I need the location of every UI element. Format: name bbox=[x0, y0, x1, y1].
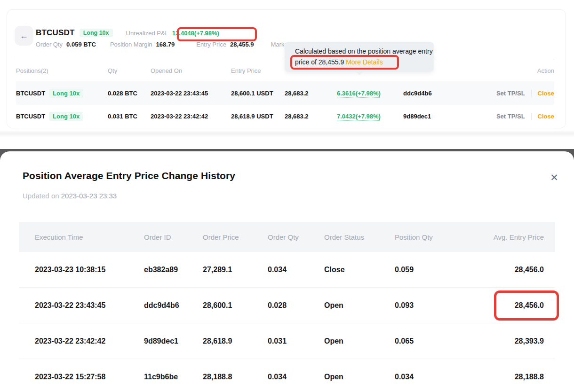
modal-updated-line: Updated on 2023-03-23 23:33 bbox=[23, 192, 117, 200]
row-symbol: BTCUSDT bbox=[16, 90, 45, 97]
cell-order-id: 9d89dec1 bbox=[144, 337, 203, 345]
close-icon: ✕ bbox=[550, 172, 558, 183]
cell-order-id: 11c9b6be bbox=[144, 373, 203, 381]
row-unrealized-pnl: 6.3616(+7.98%) bbox=[337, 90, 403, 97]
cell-avg-entry-price: 28,188.8 bbox=[449, 373, 544, 381]
cell-order-qty: 0.034 bbox=[268, 373, 324, 381]
history-row: 2023-03-23 10:38:15 eb382a89 27,289.1 0.… bbox=[19, 252, 555, 288]
stat-entry-price: Entry Price 28,455.9 bbox=[190, 41, 260, 48]
cell-order-price: 28,188.8 bbox=[203, 373, 268, 381]
row-qty: 0.031 BTC bbox=[108, 113, 151, 120]
cell-order-qty: 0.034 bbox=[268, 266, 324, 274]
position-row: BTCUSDTLong 10x 0.031 BTC 2023-03-22 23:… bbox=[16, 105, 554, 128]
cell-order-id: eb382a89 bbox=[144, 266, 203, 274]
cell-order-status: Open bbox=[324, 301, 395, 310]
history-table-header: Execution Time Order ID Order Price Orde… bbox=[19, 222, 555, 252]
cell-execution-time: 2023-03-22 15:27:58 bbox=[35, 373, 144, 381]
cell-execution-time: 2023-03-22 23:42:42 bbox=[35, 337, 144, 345]
cell-order-status: Open bbox=[324, 373, 395, 381]
col-action: Action bbox=[537, 67, 554, 74]
cell-avg-entry-price: 28,393.9 bbox=[449, 337, 544, 345]
history-row: 2023-03-22 23:42:42 9d89dec1 28,618.9 0.… bbox=[19, 323, 555, 359]
cell-order-price: 28,600.1 bbox=[203, 301, 268, 310]
cell-order-qty: 0.031 bbox=[268, 337, 324, 345]
set-tpsl-button[interactable]: Set TP/SL bbox=[496, 90, 525, 97]
highlight-box-avg-entry-price bbox=[494, 290, 559, 321]
row-entry-price: 28,600.1 USDT bbox=[231, 90, 285, 97]
cell-order-price: 28,618.9 bbox=[203, 337, 268, 345]
row-entry-price: 28,618.9 USDT bbox=[231, 113, 285, 120]
col-avg-entry-price: Avg. Entry Price bbox=[449, 233, 544, 241]
tooltip-caret bbox=[355, 71, 364, 75]
cell-position-qty: 0.059 bbox=[395, 266, 449, 274]
cell-order-id: ddc9d4b6 bbox=[144, 301, 203, 310]
cell-position-qty: 0.034 bbox=[395, 373, 449, 381]
col-position-qty: Position Qty bbox=[395, 233, 449, 241]
back-button[interactable]: ← bbox=[15, 26, 33, 46]
cell-position-qty: 0.065 bbox=[395, 337, 449, 345]
row-market-price: 28,683.2 bbox=[285, 90, 337, 97]
history-table: Execution Time Order ID Order Price Orde… bbox=[19, 222, 555, 392]
col-execution-time: Execution Time bbox=[35, 233, 144, 241]
row-symbol: BTCUSDT bbox=[16, 113, 45, 120]
position-row: BTCUSDTLong 10x 0.028 BTC 2023-03-22 23:… bbox=[16, 81, 554, 105]
stat-position-margin: Position Margin 168.79 bbox=[110, 41, 175, 48]
cell-avg-entry-price: 28,456.0 bbox=[449, 266, 544, 274]
row-qty: 0.028 BTC bbox=[108, 90, 151, 97]
cell-order-status: Open bbox=[324, 337, 395, 345]
cell-order-price: 27,289.1 bbox=[203, 266, 268, 274]
symbol-title: BTCUSDT bbox=[36, 28, 75, 38]
row-market-price: 28,683.2 bbox=[285, 113, 337, 120]
arrow-left-icon: ← bbox=[20, 31, 28, 40]
row-order-id: ddc9d4b6 bbox=[403, 90, 496, 97]
action-divider bbox=[531, 89, 532, 97]
close-position-button[interactable]: Close bbox=[538, 113, 554, 120]
row-opened: 2023-03-22 23:43:45 bbox=[151, 90, 231, 97]
cell-execution-time: 2023-03-23 10:38:15 bbox=[35, 266, 144, 274]
side-leverage-badge: Long 10x bbox=[80, 29, 113, 37]
row-unrealized-pnl: 7.0432(+7.98%) bbox=[337, 113, 403, 120]
highlight-box-tooltip-price bbox=[290, 55, 399, 70]
cell-position-qty: 0.093 bbox=[395, 301, 449, 310]
col-positions: Positions(2) bbox=[16, 67, 108, 74]
cell-execution-time: 2023-03-22 23:43:45 bbox=[35, 301, 144, 310]
modal-title: Position Average Entry Price Change Hist… bbox=[23, 170, 235, 181]
row-side-badge: Long 10x bbox=[49, 89, 83, 98]
history-row: 2023-03-22 23:43:45 ddc9d4b6 28,600.1 0.… bbox=[19, 288, 555, 323]
row-order-id: 9d89dec1 bbox=[403, 113, 496, 120]
cell-order-status: Close bbox=[324, 266, 395, 274]
col-order-status: Order Status bbox=[324, 233, 395, 241]
close-position-button[interactable]: Close bbox=[538, 90, 554, 97]
cell-order-qty: 0.028 bbox=[268, 301, 324, 310]
highlight-box-entry-price bbox=[177, 27, 257, 41]
col-entry-price: Entry Price bbox=[231, 67, 285, 74]
col-order-qty: Order Qty bbox=[268, 233, 324, 241]
history-row: 2023-03-22 15:27:58 11c9b6be 28,188.8 0.… bbox=[19, 359, 555, 392]
row-side-badge: Long 10x bbox=[49, 112, 83, 121]
col-order-price: Order Price bbox=[203, 233, 268, 241]
col-opened-on: Opened On bbox=[151, 67, 231, 74]
col-qty: Qty bbox=[108, 67, 151, 74]
modal-close-button[interactable]: ✕ bbox=[546, 169, 563, 186]
col-order-id: Order ID bbox=[144, 233, 203, 241]
unrealized-pnl-label: Unrealized P&L bbox=[126, 30, 168, 37]
row-opened: 2023-03-22 23:42:42 bbox=[151, 113, 231, 120]
stat-order-qty: Order Qty 0.059 BTC bbox=[36, 41, 96, 48]
set-tpsl-button[interactable]: Set TP/SL bbox=[496, 113, 525, 120]
card-shadow bbox=[0, 130, 574, 137]
action-divider bbox=[531, 113, 532, 120]
